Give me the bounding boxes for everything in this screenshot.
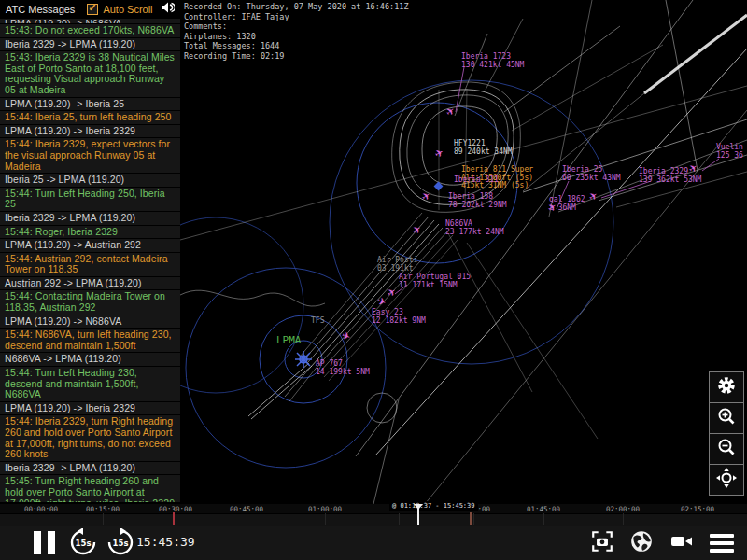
atc-message: 15:44: Roger, Iberia 2329 bbox=[0, 226, 180, 239]
timeline-separator bbox=[103, 513, 104, 525]
svg-text:15s: 15s bbox=[76, 539, 92, 548]
atc-message: 15:45: Turn Right heading 260 and hold o… bbox=[0, 475, 180, 502]
panel-title: ATC Messages bbox=[6, 4, 75, 15]
settings-button[interactable] bbox=[709, 371, 744, 403]
auto-scroll-checkbox-icon[interactable] bbox=[87, 4, 98, 15]
atc-messages-header: ATC Messages Auto Scroll bbox=[0, 0, 180, 19]
airport-symbol-lpma bbox=[295, 351, 312, 368]
current-time-display: 15:45:39 bbox=[136, 535, 195, 549]
radar-display[interactable]: Recorded On: Thursday, 07 May 2020 at 16… bbox=[180, 0, 747, 504]
atc-message: 15:44: Turn Left Heading 250, Iberia 25 bbox=[0, 188, 180, 211]
timeline-tooltip: @ 01:18:37 - 15:45:39 bbox=[389, 501, 478, 511]
atc-message: Iberia 25 -> LPMA (119.20) bbox=[0, 174, 180, 187]
timeline-separator bbox=[176, 513, 176, 525]
timeline-tick-label: 00:45:00 bbox=[230, 505, 263, 513]
skip-back-icon: 15s bbox=[69, 528, 97, 556]
skip-back-15s-button[interactable]: 15s bbox=[69, 528, 97, 560]
timeline-tick-label: 00:30:00 bbox=[159, 505, 192, 513]
atc-message: 15:44: Turn Left Heading 230, descend an… bbox=[0, 367, 180, 401]
timeline-separator bbox=[543, 513, 544, 525]
atc-message: LPMA (119.20) -> Iberia 2329 bbox=[0, 402, 180, 415]
map-toolbar bbox=[709, 372, 744, 496]
zoom-in-icon bbox=[717, 407, 736, 429]
timeline-separator bbox=[247, 513, 247, 525]
atc-message: 15:44: N686VA, turn left heading 230, de… bbox=[0, 329, 180, 352]
atc-message: 15:44: Austrian 292, contact Madeira Tow… bbox=[0, 253, 180, 276]
timeline-tick-label: 02:15:00 bbox=[681, 505, 714, 513]
timeline-tick-label: 00:00:00 bbox=[24, 505, 58, 513]
zoom-out-icon bbox=[717, 438, 736, 460]
timeline-tick-label: 01:45:00 bbox=[527, 505, 560, 513]
atc-messages-panel: ATC Messages Auto Scroll LPMA (119.20) -… bbox=[0, 0, 180, 504]
screenshot-button[interactable] bbox=[590, 529, 614, 557]
atc-message: 15:44: Iberia 25, turn left heading 250 bbox=[0, 111, 180, 124]
timeline-separator bbox=[399, 513, 400, 525]
menu-button[interactable] bbox=[710, 534, 734, 553]
skip-forward-icon: 15s bbox=[106, 528, 134, 556]
timeline-separator bbox=[698, 513, 698, 525]
atc-replay-app: ATC Messages Auto Scroll LPMA (119.20) -… bbox=[0, 0, 747, 560]
timeline-separator bbox=[623, 513, 624, 525]
timeline-bookmark-marker[interactable] bbox=[173, 512, 175, 525]
playhead-handle-icon bbox=[414, 504, 423, 510]
speaker-icon[interactable] bbox=[161, 1, 175, 18]
atc-message: LPMA (119.20) -> N686VA bbox=[0, 315, 180, 329]
atc-message: Austrian 292 -> LPMA (119.20) bbox=[0, 277, 180, 290]
atc-message: Iberia 2329 -> LPMA (119.20) bbox=[0, 462, 180, 475]
atc-message: N686VA -> LPMA (119.20) bbox=[0, 353, 180, 366]
timeline-playhead[interactable] bbox=[417, 508, 419, 525]
transport-bar: 15s 15s 15:45:39 bbox=[0, 525, 747, 560]
recording-info-line: Recorded On: Thursday, 07 May 2020 at 16… bbox=[184, 2, 409, 12]
atc-message: 15:44: Iberia 2329, expect vectors for t… bbox=[0, 138, 180, 173]
auto-scroll-toggle[interactable]: Auto Scroll bbox=[87, 4, 152, 15]
atc-message: LPMA (119.20) -> Iberia 25 bbox=[0, 98, 180, 111]
video-camera-icon bbox=[669, 530, 695, 556]
atc-message: LPMA (119.20) -> N686VA bbox=[0, 19, 180, 23]
atc-message: Iberia 2329 -> LPMA (119.20) bbox=[0, 212, 180, 225]
timeline-separator bbox=[473, 513, 474, 525]
crosshair-icon bbox=[716, 468, 737, 492]
message-list[interactable]: LPMA (119.20) -> N686VA15:43: Do not exc… bbox=[0, 19, 180, 502]
record-video-button[interactable] bbox=[669, 530, 695, 556]
timeline-bookmark-marker[interactable] bbox=[470, 512, 472, 525]
atc-message: Iberia 2329 -> LPMA (119.20) bbox=[0, 38, 180, 51]
globe-icon bbox=[629, 529, 654, 557]
timeline-separator bbox=[325, 513, 326, 525]
atc-message: 15:44: Iberia 2329, turn Right heading 2… bbox=[0, 415, 180, 460]
timeline[interactable]: @ 01:18:37 - 15:45:39 00:00:0000:15:0000… bbox=[0, 504, 747, 525]
recording-info: Recorded On: Thursday, 07 May 2020 at 16… bbox=[184, 2, 409, 61]
skip-forward-15s-button[interactable]: 15s bbox=[106, 528, 134, 560]
zoom-out-button[interactable] bbox=[709, 433, 744, 465]
timeline-track[interactable] bbox=[0, 513, 747, 526]
screenshot-icon bbox=[590, 529, 614, 557]
recording-info-line: Airplanes: 1320 bbox=[184, 32, 409, 42]
atc-message: LPMA (119.20) -> Iberia 2329 bbox=[0, 125, 180, 138]
recording-info-line: Comments: bbox=[184, 21, 409, 32]
recording-info-line: Total Messages: 1644 bbox=[184, 41, 409, 51]
timeline-tick-label: 01:00:00 bbox=[308, 505, 342, 513]
auto-scroll-label: Auto Scroll bbox=[103, 4, 152, 15]
timeline-tick-label: 02:00:00 bbox=[606, 505, 640, 513]
menu-icon bbox=[710, 534, 734, 538]
atc-message: LPMA (119.20) -> Austrian 292 bbox=[0, 239, 180, 252]
zoom-in-button[interactable] bbox=[709, 402, 744, 434]
center-position-button[interactable] bbox=[709, 464, 744, 496]
airport-label-lpma: LPMA bbox=[276, 334, 302, 346]
gear-icon bbox=[716, 375, 737, 399]
atc-message: 15:43: Iberia 2329 is 38 Nautical Miles … bbox=[0, 51, 180, 96]
svg-text:15s: 15s bbox=[113, 539, 129, 548]
recording-info-line: Recording Time: 02:19 bbox=[184, 51, 409, 62]
recording-info-line: Controller: IFAE Tajay bbox=[184, 12, 409, 22]
atc-message: 15:44: Contacting Madeira Tower on 118.3… bbox=[0, 290, 180, 314]
atc-message: 15:43: Do not exceed 170kts, N686VA bbox=[0, 24, 180, 37]
globe-button[interactable] bbox=[629, 529, 654, 557]
pause-button[interactable] bbox=[34, 531, 55, 554]
timeline-tick-label: 00:15:00 bbox=[86, 505, 120, 513]
flight-tracks-canvas bbox=[180, 0, 747, 504]
